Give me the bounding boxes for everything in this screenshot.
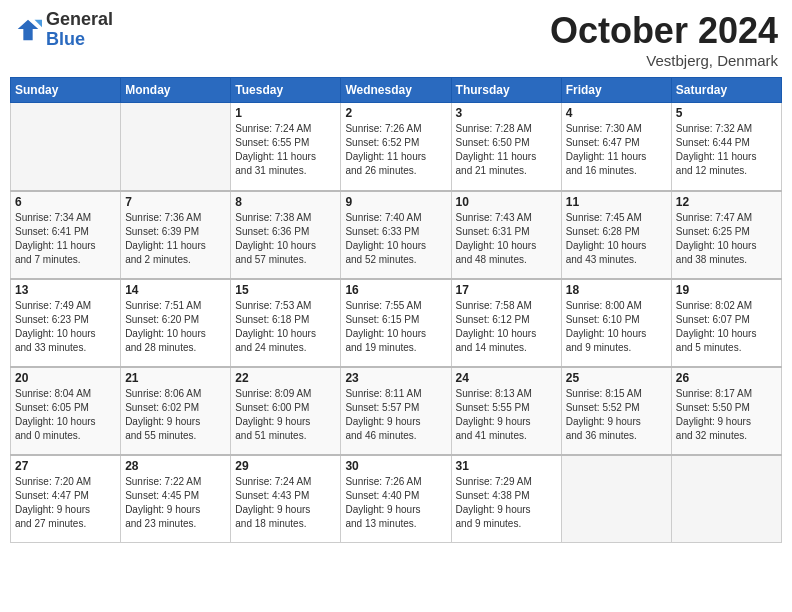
svg-marker-1 [35, 20, 42, 27]
day-info: Sunrise: 8:04 AM Sunset: 6:05 PM Dayligh… [15, 387, 116, 443]
day-info: Sunrise: 7:45 AM Sunset: 6:28 PM Dayligh… [566, 211, 667, 267]
weekday-header-sunday: Sunday [11, 78, 121, 103]
day-number: 6 [15, 195, 116, 209]
logo-text: General Blue [46, 10, 113, 50]
day-info: Sunrise: 7:24 AM Sunset: 6:55 PM Dayligh… [235, 122, 336, 178]
day-number: 25 [566, 371, 667, 385]
week-row-5: 27Sunrise: 7:20 AM Sunset: 4:47 PM Dayli… [11, 455, 782, 543]
day-number: 5 [676, 106, 777, 120]
day-info: Sunrise: 7:32 AM Sunset: 6:44 PM Dayligh… [676, 122, 777, 178]
calendar-cell: 5Sunrise: 7:32 AM Sunset: 6:44 PM Daylig… [671, 103, 781, 191]
day-number: 27 [15, 459, 116, 473]
calendar-cell: 28Sunrise: 7:22 AM Sunset: 4:45 PM Dayli… [121, 455, 231, 543]
day-number: 21 [125, 371, 226, 385]
week-row-1: 1Sunrise: 7:24 AM Sunset: 6:55 PM Daylig… [11, 103, 782, 191]
calendar-cell: 2Sunrise: 7:26 AM Sunset: 6:52 PM Daylig… [341, 103, 451, 191]
weekday-header-friday: Friday [561, 78, 671, 103]
day-number: 10 [456, 195, 557, 209]
day-number: 2 [345, 106, 446, 120]
calendar-cell [671, 455, 781, 543]
day-info: Sunrise: 7:26 AM Sunset: 4:40 PM Dayligh… [345, 475, 446, 531]
logo-icon [14, 16, 42, 44]
day-info: Sunrise: 7:51 AM Sunset: 6:20 PM Dayligh… [125, 299, 226, 355]
day-number: 7 [125, 195, 226, 209]
day-number: 3 [456, 106, 557, 120]
weekday-header-wednesday: Wednesday [341, 78, 451, 103]
day-info: Sunrise: 7:24 AM Sunset: 4:43 PM Dayligh… [235, 475, 336, 531]
calendar-cell: 27Sunrise: 7:20 AM Sunset: 4:47 PM Dayli… [11, 455, 121, 543]
calendar-cell [11, 103, 121, 191]
day-number: 20 [15, 371, 116, 385]
logo-blue-text: Blue [46, 30, 113, 50]
day-number: 15 [235, 283, 336, 297]
day-number: 26 [676, 371, 777, 385]
week-row-3: 13Sunrise: 7:49 AM Sunset: 6:23 PM Dayli… [11, 279, 782, 367]
day-info: Sunrise: 7:55 AM Sunset: 6:15 PM Dayligh… [345, 299, 446, 355]
day-info: Sunrise: 8:09 AM Sunset: 6:00 PM Dayligh… [235, 387, 336, 443]
calendar-cell: 1Sunrise: 7:24 AM Sunset: 6:55 PM Daylig… [231, 103, 341, 191]
day-info: Sunrise: 7:34 AM Sunset: 6:41 PM Dayligh… [15, 211, 116, 267]
day-info: Sunrise: 7:29 AM Sunset: 4:38 PM Dayligh… [456, 475, 557, 531]
calendar-cell: 23Sunrise: 8:11 AM Sunset: 5:57 PM Dayli… [341, 367, 451, 455]
weekday-header-row: SundayMondayTuesdayWednesdayThursdayFrid… [11, 78, 782, 103]
day-number: 31 [456, 459, 557, 473]
day-info: Sunrise: 7:43 AM Sunset: 6:31 PM Dayligh… [456, 211, 557, 267]
day-info: Sunrise: 7:49 AM Sunset: 6:23 PM Dayligh… [15, 299, 116, 355]
calendar-cell: 9Sunrise: 7:40 AM Sunset: 6:33 PM Daylig… [341, 191, 451, 279]
day-info: Sunrise: 8:02 AM Sunset: 6:07 PM Dayligh… [676, 299, 777, 355]
calendar-cell: 20Sunrise: 8:04 AM Sunset: 6:05 PM Dayli… [11, 367, 121, 455]
day-number: 4 [566, 106, 667, 120]
day-info: Sunrise: 7:28 AM Sunset: 6:50 PM Dayligh… [456, 122, 557, 178]
calendar-cell: 4Sunrise: 7:30 AM Sunset: 6:47 PM Daylig… [561, 103, 671, 191]
calendar-cell: 26Sunrise: 8:17 AM Sunset: 5:50 PM Dayli… [671, 367, 781, 455]
day-info: Sunrise: 8:00 AM Sunset: 6:10 PM Dayligh… [566, 299, 667, 355]
calendar-cell: 15Sunrise: 7:53 AM Sunset: 6:18 PM Dayli… [231, 279, 341, 367]
day-number: 29 [235, 459, 336, 473]
day-number: 1 [235, 106, 336, 120]
day-number: 9 [345, 195, 446, 209]
day-info: Sunrise: 7:20 AM Sunset: 4:47 PM Dayligh… [15, 475, 116, 531]
day-number: 16 [345, 283, 446, 297]
day-number: 17 [456, 283, 557, 297]
weekday-header-saturday: Saturday [671, 78, 781, 103]
calendar-cell: 18Sunrise: 8:00 AM Sunset: 6:10 PM Dayli… [561, 279, 671, 367]
day-info: Sunrise: 8:15 AM Sunset: 5:52 PM Dayligh… [566, 387, 667, 443]
calendar-cell: 16Sunrise: 7:55 AM Sunset: 6:15 PM Dayli… [341, 279, 451, 367]
calendar-cell: 19Sunrise: 8:02 AM Sunset: 6:07 PM Dayli… [671, 279, 781, 367]
calendar-cell: 7Sunrise: 7:36 AM Sunset: 6:39 PM Daylig… [121, 191, 231, 279]
calendar-cell: 30Sunrise: 7:26 AM Sunset: 4:40 PM Dayli… [341, 455, 451, 543]
day-info: Sunrise: 8:17 AM Sunset: 5:50 PM Dayligh… [676, 387, 777, 443]
calendar-table: SundayMondayTuesdayWednesdayThursdayFrid… [10, 77, 782, 543]
calendar-cell: 6Sunrise: 7:34 AM Sunset: 6:41 PM Daylig… [11, 191, 121, 279]
day-info: Sunrise: 7:53 AM Sunset: 6:18 PM Dayligh… [235, 299, 336, 355]
calendar-cell [561, 455, 671, 543]
calendar-cell [121, 103, 231, 191]
day-number: 28 [125, 459, 226, 473]
calendar-cell: 11Sunrise: 7:45 AM Sunset: 6:28 PM Dayli… [561, 191, 671, 279]
day-number: 14 [125, 283, 226, 297]
location-subtitle: Vestbjerg, Denmark [550, 52, 778, 69]
day-info: Sunrise: 7:36 AM Sunset: 6:39 PM Dayligh… [125, 211, 226, 267]
svg-marker-0 [18, 20, 39, 41]
weekday-header-tuesday: Tuesday [231, 78, 341, 103]
page-header: General Blue October 2024 Vestbjerg, Den… [10, 10, 782, 69]
day-number: 13 [15, 283, 116, 297]
day-number: 8 [235, 195, 336, 209]
day-info: Sunrise: 7:38 AM Sunset: 6:36 PM Dayligh… [235, 211, 336, 267]
day-info: Sunrise: 8:11 AM Sunset: 5:57 PM Dayligh… [345, 387, 446, 443]
calendar-cell: 17Sunrise: 7:58 AM Sunset: 6:12 PM Dayli… [451, 279, 561, 367]
calendar-cell: 13Sunrise: 7:49 AM Sunset: 6:23 PM Dayli… [11, 279, 121, 367]
calendar-cell: 25Sunrise: 8:15 AM Sunset: 5:52 PM Dayli… [561, 367, 671, 455]
calendar-cell: 22Sunrise: 8:09 AM Sunset: 6:00 PM Dayli… [231, 367, 341, 455]
calendar-cell: 14Sunrise: 7:51 AM Sunset: 6:20 PM Dayli… [121, 279, 231, 367]
calendar-cell: 21Sunrise: 8:06 AM Sunset: 6:02 PM Dayli… [121, 367, 231, 455]
calendar-cell: 8Sunrise: 7:38 AM Sunset: 6:36 PM Daylig… [231, 191, 341, 279]
calendar-cell: 24Sunrise: 8:13 AM Sunset: 5:55 PM Dayli… [451, 367, 561, 455]
day-number: 19 [676, 283, 777, 297]
title-block: October 2024 Vestbjerg, Denmark [550, 10, 778, 69]
week-row-4: 20Sunrise: 8:04 AM Sunset: 6:05 PM Dayli… [11, 367, 782, 455]
calendar-cell: 3Sunrise: 7:28 AM Sunset: 6:50 PM Daylig… [451, 103, 561, 191]
day-number: 18 [566, 283, 667, 297]
day-info: Sunrise: 8:13 AM Sunset: 5:55 PM Dayligh… [456, 387, 557, 443]
day-number: 24 [456, 371, 557, 385]
